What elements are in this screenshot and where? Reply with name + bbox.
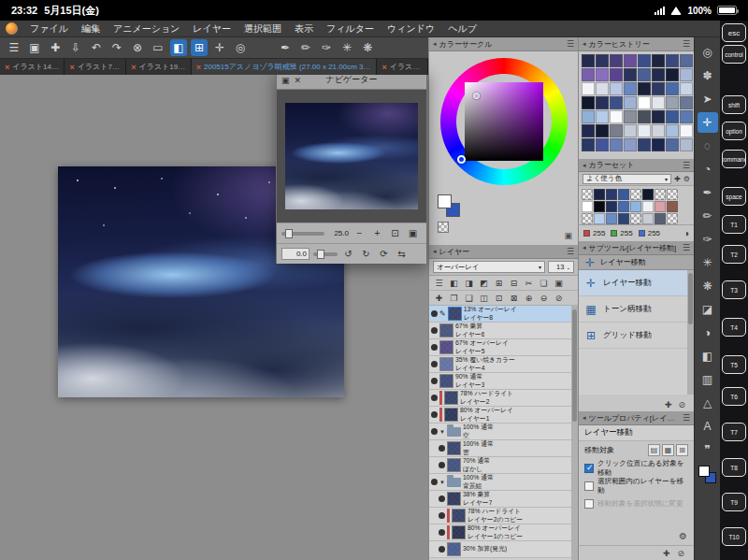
color-history-swatch[interactable]	[610, 110, 623, 123]
target-layer-icon[interactable]: ▦	[662, 444, 674, 456]
airbrush-icon[interactable]: ✳	[338, 39, 355, 56]
layer-visibility-icon[interactable]	[431, 327, 438, 334]
collapse-panel-icon[interactable]: ◂	[433, 248, 437, 255]
document-tab-1[interactable]: ×イラスト7[復元]	[65, 59, 126, 75]
color-history-swatch[interactable]	[638, 110, 651, 123]
color-history-swatch[interactable]	[666, 54, 679, 67]
edge-key-esc[interactable]: esc	[722, 23, 746, 42]
layer-visibility-icon[interactable]	[439, 445, 445, 452]
zoom-out-button[interactable]: −	[352, 226, 367, 240]
brush-icon[interactable]: ✑	[318, 39, 335, 56]
layer-row[interactable]: 78% ハードライトレイヤー2	[429, 390, 571, 407]
pencil-icon[interactable]: ✏	[297, 39, 314, 56]
color-history-swatch[interactable]	[638, 82, 651, 95]
layer-thumbnail[interactable]	[448, 307, 462, 321]
clear-icon[interactable]: ⊗	[129, 39, 146, 56]
add-subtool-button[interactable]: ✚	[665, 400, 672, 409]
panel-menu-icon[interactable]: ☰	[683, 161, 690, 170]
tab-close-icon[interactable]: ×	[131, 63, 136, 72]
subtool-item-1[interactable]: ▦トーン柄移動	[579, 296, 687, 323]
delete-subtool-button[interactable]: ⊘	[678, 400, 685, 409]
color-set-swatch[interactable]	[582, 189, 593, 200]
layer-visibility-icon[interactable]	[439, 495, 445, 502]
layer-visibility-icon[interactable]	[431, 395, 438, 401]
color-history-swatch[interactable]	[680, 124, 693, 137]
color-history-swatch[interactable]	[596, 96, 609, 109]
layer-visibility-icon[interactable]	[431, 361, 438, 367]
tab-close-icon[interactable]: ×	[196, 63, 201, 72]
fit-to-screen-button[interactable]: ⊡	[388, 226, 402, 240]
layer-visibility-icon[interactable]	[431, 378, 438, 384]
edge-key-t6[interactable]: T6	[722, 387, 746, 406]
lock-alpha-icon[interactable]: ⊞	[493, 279, 505, 288]
blend-mode-select[interactable]: オーバーレイ ▾	[433, 261, 545, 273]
color-history-swatch[interactable]	[652, 138, 665, 151]
layer-thumbnail[interactable]	[447, 441, 461, 455]
layer-row[interactable]: 100% 通常雲	[429, 440, 571, 457]
decoration-icon[interactable]: ❋	[359, 39, 376, 56]
color-display-toggle-icon[interactable]: ▣	[564, 231, 572, 240]
color-set-swatch[interactable]	[606, 189, 617, 200]
color-history-swatch[interactable]	[652, 124, 665, 137]
tab-close-icon[interactable]: ×	[5, 63, 9, 72]
color-history-swatch[interactable]	[624, 124, 637, 137]
apply-mask-icon[interactable]: ⊠	[508, 294, 520, 303]
color-history-swatch[interactable]	[596, 124, 609, 137]
delete-icon[interactable]: ⊘	[677, 549, 684, 558]
figure-tool-icon[interactable]: △	[698, 393, 718, 413]
color-history-swatch[interactable]	[638, 68, 651, 81]
edge-key-command[interactable]: command	[722, 150, 746, 168]
rotation-slider[interactable]	[313, 252, 338, 256]
color-history-swatch[interactable]	[652, 82, 665, 95]
fill-tool-icon[interactable]: ◧	[698, 346, 718, 366]
hand-tool-icon[interactable]: ✽	[698, 65, 718, 86]
layer-visibility-icon[interactable]	[439, 546, 445, 553]
color-history-swatch[interactable]	[596, 68, 609, 81]
main-color-swatch[interactable]	[698, 466, 710, 477]
menu-item-8[interactable]: ヘルプ	[441, 22, 483, 36]
checkbox[interactable]	[584, 464, 594, 473]
menu-item-7[interactable]: ウィンドウ	[381, 22, 441, 36]
text-tool-icon[interactable]: A	[698, 416, 718, 437]
color-history-swatch[interactable]	[624, 138, 637, 151]
saturation-value-square[interactable]	[465, 82, 543, 161]
color-history-swatch[interactable]	[624, 82, 637, 95]
color-set-swatch[interactable]	[582, 213, 593, 224]
color-history-swatch[interactable]	[652, 54, 665, 67]
checkbox[interactable]	[584, 481, 594, 491]
layer-list-scrollbar[interactable]	[571, 306, 578, 560]
panel-menu-icon[interactable]: ☰	[567, 247, 574, 256]
color-set-swatch[interactable]	[606, 213, 617, 224]
layer-row[interactable]: 78% ハードライトレイヤー2のコピー	[429, 508, 571, 524]
checkbox[interactable]	[584, 499, 594, 509]
edge-key-t8[interactable]: T8	[722, 458, 746, 477]
color-history-swatch[interactable]	[610, 54, 623, 67]
color-history-swatch[interactable]	[582, 68, 595, 81]
color-history-swatch[interactable]	[666, 138, 679, 151]
color-history-swatch[interactable]	[624, 110, 637, 123]
color-set-swatch[interactable]	[654, 213, 666, 224]
edge-key-t10[interactable]: T10	[722, 527, 746, 546]
layer-visibility-icon[interactable]	[439, 512, 445, 519]
color-history-swatch[interactable]	[680, 96, 693, 109]
color-history-swatch[interactable]	[582, 96, 595, 109]
color-history-swatch[interactable]	[680, 110, 693, 123]
selection-tool-icon[interactable]: ◌	[698, 136, 718, 156]
color-set-swatch[interactable]	[630, 189, 641, 200]
layer-visibility-icon[interactable]	[431, 310, 438, 317]
add-color-button[interactable]: ✚	[674, 175, 681, 183]
color-history-swatch[interactable]	[680, 82, 693, 95]
color-set-swatch[interactable]	[618, 201, 629, 212]
document-tab-4[interactable]: ×イラスト11*	[377, 59, 428, 75]
redo-icon[interactable]: ↷	[108, 39, 125, 56]
color-history-swatch[interactable]	[652, 68, 665, 81]
color-history-swatch[interactable]	[610, 82, 623, 95]
layer-visibility-icon[interactable]	[431, 428, 438, 435]
create-mask-icon[interactable]: ⊡	[493, 294, 505, 303]
layer-thumbnail[interactable]	[447, 492, 461, 506]
color-history-swatch[interactable]	[652, 96, 665, 109]
sv-cursor[interactable]	[473, 93, 480, 99]
collapse-panel-icon[interactable]: ◂	[583, 414, 586, 422]
color-history-swatch[interactable]	[582, 138, 595, 151]
color-history-swatch[interactable]	[610, 124, 623, 137]
